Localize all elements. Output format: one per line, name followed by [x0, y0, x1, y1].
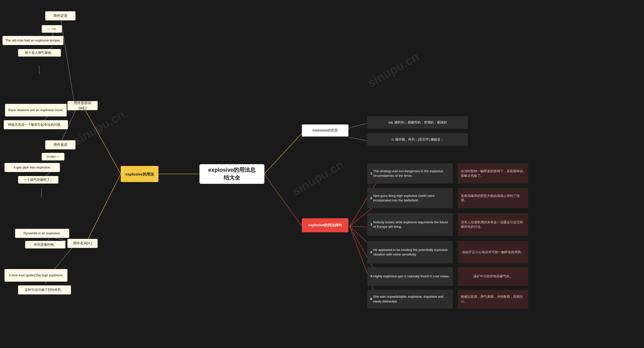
ex5-en-node: 5 Highly explosive gas is naturally foun… — [367, 267, 453, 286]
ex6-cn-node: 她难以捉摸，脾气暴躁，冲动鲁莽，容易分心。 — [458, 290, 528, 309]
timefuse-cn-node: 定时引信引爆了烈性炸药。 — [18, 285, 71, 294]
timefuse-en-node: A time fuse ignited the high explosive. — [5, 269, 67, 282]
watermark-3: sinupu.cn — [290, 158, 346, 198]
svg-line-19 — [348, 123, 367, 128]
ex3-cn-node: 没有人知道欧洲的未来这一议题会引起怎样爆炸性的讨论。 — [458, 213, 528, 236]
svg-line-18 — [264, 174, 302, 226]
watermark-1: sinupu.cn — [71, 107, 127, 148]
svg-line-17 — [264, 133, 302, 174]
tilde-n-node: ～＋n. — [42, 25, 62, 33]
ex6-en-node: 6 She was unpredictable, explosive, impu… — [367, 290, 453, 309]
dynamite-cn-node: 炸药是爆炸物。 — [25, 241, 65, 248]
ex4-en-node: 4 He appeared to be treating the potenti… — [367, 241, 453, 264]
n-meaning-node: n. 爆炸物，炸药；[语言学] 爆破音； — [367, 133, 468, 146]
gas-pipe-en-node: A gas pipe was explosive. — [5, 163, 60, 172]
meaning-title-node: explosive的意思 — [302, 124, 348, 137]
pred-node: 用作表语 — [45, 140, 75, 149]
ex5-cn-node: 煤矿中天然存有高爆气体。 — [458, 267, 528, 286]
ex4-cn-node: 他似乎正小心地应对可能一触即发的局势。 — [458, 241, 528, 264]
attr-node: 用作定语 — [45, 11, 75, 20]
old-man-en-node: The old man had an explosive temper. — [3, 36, 63, 45]
ex3-en-node: 3 Nobody knows what explosive arguments … — [367, 213, 453, 236]
ex2-en-node: 2 New guns firing high explosive shells … — [367, 188, 453, 208]
ex1-en-node: 1 The strategy was too dangerous in the … — [367, 163, 453, 184]
adj-category-node: 用作形容词(adj.) — [67, 101, 98, 110]
main-title-node: explosive的用法总结大全 — [199, 164, 264, 184]
gas-pipe-cn-node: 一个煤气管爆炸了。 — [18, 176, 58, 184]
connector-lines — [0, 0, 644, 348]
adj-meaning-node: adj. 爆炸的；易爆炸的；突增的；暴躁的 — [367, 116, 468, 129]
svg-line-20 — [348, 137, 367, 141]
race-cn-node: 种族关系是一个极易引起争论的问题。 — [4, 120, 68, 129]
ex2-cn-node: 发射高爆弹的新型大炮在战场上得到了使用。 — [458, 188, 528, 208]
sbe-node: S+be+～ — [42, 153, 64, 160]
svg-line-1 — [86, 111, 121, 174]
dynamite-en-node: Dynamite is an explosive. — [15, 229, 69, 238]
noun-category-node: 用作名词(n.) — [67, 239, 98, 248]
svg-line-2 — [86, 174, 121, 244]
old-man-cn-node: 那个老人脾气暴躁。 — [18, 49, 61, 57]
usage-category-node: explosive的用法 — [121, 166, 158, 182]
race-en-node: Race relations are an explosive issue. — [5, 104, 67, 116]
svg-line-3 — [60, 16, 75, 111]
ex1-cn-node: 在当时那种一触即发的形势下，采取那样的策略太危险了。 — [458, 163, 528, 184]
example-title-node: explosive的用法例句 — [302, 218, 348, 232]
watermark-2: sinupu.cn — [365, 50, 421, 90]
